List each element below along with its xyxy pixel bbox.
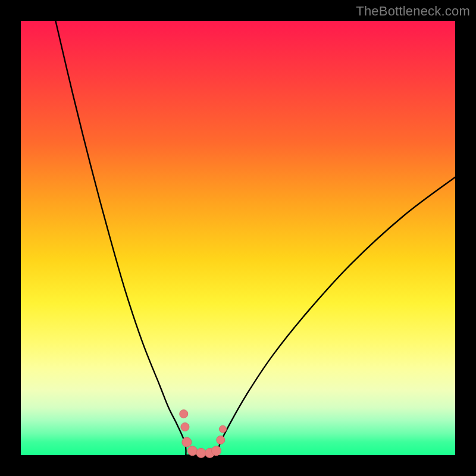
marker-dot [180,410,188,418]
marker-dot [187,446,197,456]
left-curve [55,21,186,455]
marker-dot [219,425,226,433]
marker-dot [212,446,221,456]
marker-dot [182,437,192,447]
marker-dot [181,423,189,431]
marker-dot [217,436,225,444]
plot-area [21,21,455,455]
chart-svg [21,21,455,455]
right-curve [217,177,456,455]
marker-dot [196,448,206,458]
watermark-label: TheBottleneck.com [356,4,470,19]
chart-frame: TheBottleneck.com [0,0,476,476]
